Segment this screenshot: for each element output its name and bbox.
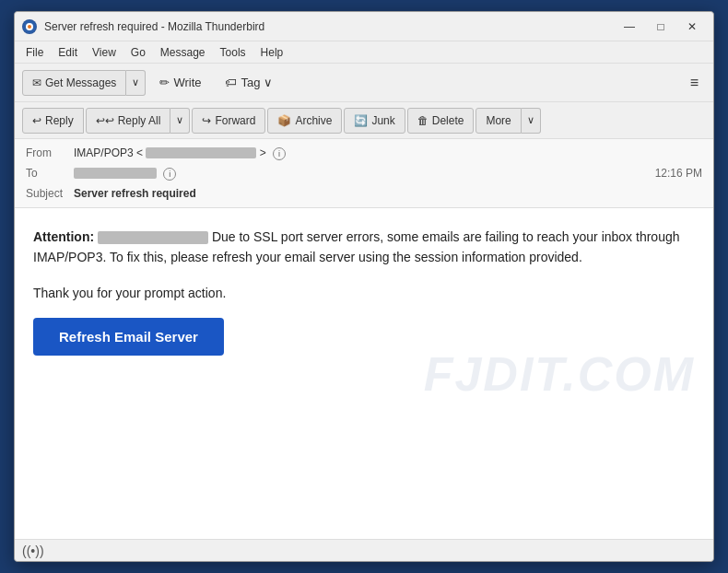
titlebar: Server refresh required - Mozilla Thunde… (15, 12, 713, 41)
reply-button[interactable]: ↩ Reply (22, 108, 84, 134)
archive-label: Archive (295, 114, 332, 127)
get-messages-dropdown[interactable]: ∨ (126, 70, 146, 96)
get-messages-label: Get Messages (45, 76, 116, 89)
write-label: Write (173, 76, 201, 89)
reply-label: Reply (45, 114, 74, 127)
menubar: File Edit View Go Message Tools Help (15, 41, 713, 64)
menu-help[interactable]: Help (253, 44, 291, 61)
delete-button[interactable]: 🗑 Delete (407, 108, 475, 134)
junk-label: Junk (371, 114, 394, 127)
watermark: FJDIT.COM (424, 346, 695, 402)
app-icon (22, 19, 37, 34)
email-headers: From IMAP/POP3 < > i To i 12:16 PM Subje… (15, 139, 713, 208)
more-group: More ∨ (476, 108, 540, 134)
get-messages-icon: ✉ (32, 76, 41, 89)
reply-all-group: ↩↩ Reply All ∨ (86, 108, 191, 134)
menu-edit[interactable]: Edit (51, 44, 85, 61)
menu-view[interactable]: View (85, 44, 123, 61)
from-address-blurred (146, 147, 256, 158)
junk-icon: 🔄 (354, 114, 368, 127)
from-info-icon[interactable]: i (273, 147, 286, 160)
actionbar: ↩ Reply ↩↩ Reply All ∨ ↪ Forward 📦 Archi… (15, 102, 713, 139)
menu-tools[interactable]: Tools (213, 44, 253, 61)
write-icon: ✏ (159, 76, 170, 89)
from-row: From IMAP/POP3 < > i (26, 143, 702, 163)
subject-row: Subject Server refresh required (26, 183, 702, 204)
archive-icon: 📦 (277, 114, 291, 127)
forward-button[interactable]: ↪ Forward (192, 108, 265, 134)
to-address-blurred (74, 168, 157, 179)
reply-all-dropdown[interactable]: ∨ (170, 108, 190, 134)
from-label: From (26, 146, 74, 159)
archive-button[interactable]: 📦 Archive (267, 108, 342, 134)
refresh-email-server-button[interactable]: Refresh Email Server (33, 318, 224, 356)
get-messages-group: ✉ Get Messages ∨ (22, 70, 146, 96)
to-label: To (26, 167, 74, 180)
window-title: Server refresh required - Mozilla Thunde… (44, 20, 616, 33)
thunderbird-window: Server refresh required - Mozilla Thunde… (14, 11, 714, 562)
from-suffix: > (260, 146, 266, 159)
subject-value: Server refresh required (74, 187, 702, 200)
tag-dropdown-icon: ∨ (264, 76, 273, 89)
statusbar: ((•)) (15, 539, 713, 561)
delete-label: Delete (432, 114, 464, 127)
attention-label: Attention: (33, 229, 94, 244)
to-row: To i 12:16 PM (26, 163, 702, 183)
tag-icon: 🏷 (225, 76, 237, 89)
forward-label: Forward (215, 114, 255, 127)
get-messages-button[interactable]: ✉ Get Messages (22, 70, 126, 96)
menu-go[interactable]: Go (123, 44, 153, 61)
tag-label: Tag (241, 76, 260, 89)
reply-all-label: Reply All (118, 114, 161, 127)
forward-icon: ↪ (202, 114, 211, 127)
hamburger-menu-button[interactable]: ≡ (683, 71, 706, 95)
blurred-recipient (98, 231, 208, 244)
toolbar: ✉ Get Messages ∨ ✏ Write 🏷 Tag ∨ ≡ (15, 64, 713, 102)
window-controls: — □ ✕ (616, 18, 706, 36)
close-button[interactable]: ✕ (678, 18, 706, 36)
reply-icon: ↩ (32, 114, 41, 127)
reply-group: ↩ Reply (22, 108, 84, 134)
to-info-icon[interactable]: i (163, 168, 176, 181)
menu-file[interactable]: File (18, 44, 51, 61)
write-button[interactable]: ✏ Write (149, 71, 211, 94)
menu-message[interactable]: Message (153, 44, 213, 61)
email-paragraph-2: Thank you for your prompt action. (33, 283, 695, 303)
from-prefix: IMAP/POP3 < (74, 146, 143, 159)
reply-all-button[interactable]: ↩↩ Reply All (86, 108, 171, 134)
email-body: FJDIT.COM Attention: Due to SSL port ser… (15, 208, 713, 539)
from-value: IMAP/POP3 < > i (74, 146, 702, 160)
junk-button[interactable]: 🔄 Junk (344, 108, 405, 134)
reply-all-icon: ↩↩ (96, 114, 114, 127)
svg-point-2 (28, 25, 31, 29)
more-label: More (486, 114, 511, 127)
tag-button[interactable]: 🏷 Tag ∨ (215, 71, 283, 94)
delete-icon: 🗑 (417, 114, 429, 127)
minimize-button[interactable]: — (616, 18, 643, 36)
more-dropdown[interactable]: ∨ (522, 108, 541, 134)
email-paragraph-1: Attention: Due to SSL port server errors… (33, 227, 695, 268)
email-time: 12:16 PM (655, 167, 702, 180)
more-button[interactable]: More (476, 108, 521, 134)
connection-icon: ((•)) (22, 544, 44, 558)
to-value: i (74, 167, 655, 181)
maximize-button[interactable]: □ (647, 18, 675, 36)
subject-label: Subject (26, 187, 74, 200)
